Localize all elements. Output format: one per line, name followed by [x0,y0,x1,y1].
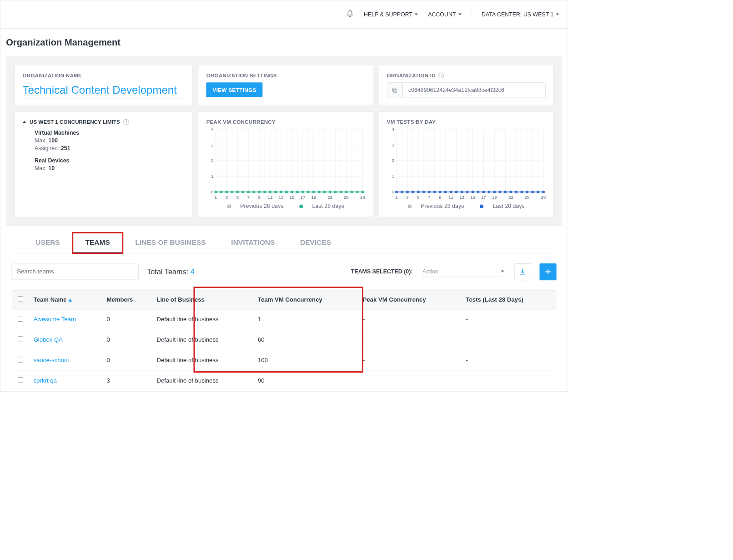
action-select[interactable]: Action [421,266,506,277]
cell-tvm: 100 [254,350,359,371]
org-id-value: c064890612424e34a12fca98ce4f32c6 [403,83,510,98]
svg-point-101 [323,191,326,193]
svg-point-206 [493,191,496,193]
svg-text:22: 22 [328,195,333,200]
col-lob[interactable]: Line of Business [152,290,254,309]
help-support-menu[interactable]: HELP & SUPPORT [364,11,418,17]
rd-max: Max: 10 [35,165,185,172]
svg-text:19: 19 [311,195,316,200]
svg-point-91 [269,191,272,193]
svg-text:7: 7 [428,195,430,200]
svg-point-209 [509,191,512,193]
cell-tests: - [462,309,557,330]
divider [472,10,472,20]
cell-tvm: 90 [254,371,359,391]
chevron-down-icon [458,13,462,15]
cell-lob: Default line of business [152,330,254,350]
download-button[interactable] [514,263,531,280]
total-teams: Total Teams: 4 [147,267,195,276]
svg-text:15: 15 [290,195,295,200]
svg-text:28: 28 [541,195,545,200]
svg-text:3: 3 [392,142,394,147]
cell-pvm: - [358,371,462,391]
cell-tests: - [462,350,557,371]
col-peak-vm[interactable]: Peak VM Concurrency [358,290,462,309]
org-name-input[interactable] [23,82,185,98]
day-chart-title: VM TESTS BY DAY [387,119,546,125]
cell-members: 0 [102,350,152,371]
account-menu[interactable]: ACCOUNT [428,11,462,17]
concurrency-limits-toggle[interactable]: US WEST 1 CONCURRENCY LIMITS i [23,119,185,125]
svg-text:4: 4 [392,127,395,131]
svg-text:0: 0 [211,189,214,194]
svg-point-199 [455,191,458,193]
info-icon[interactable]: i [438,72,444,78]
chevron-down-icon [501,270,504,272]
col-team-name[interactable]: Team Name▴ [29,290,102,309]
col-tests[interactable]: Tests (Last 28 Days) [462,290,557,309]
row-checkbox[interactable] [18,316,23,321]
team-name-link[interactable]: Globex QA [29,330,102,350]
svg-point-107 [356,191,359,193]
svg-text:17: 17 [301,195,306,200]
tab-lines-of-business[interactable]: LINES OF BUSINESS [123,232,219,253]
cell-lob: Default line of business [152,371,254,391]
svg-text:3: 3 [226,195,228,200]
peak-chart-title: PEAK VM CONCURRENCY [206,119,365,125]
cell-members: 0 [102,330,152,350]
svg-text:13: 13 [279,195,284,200]
vm-label: Virtual Machines [35,130,185,136]
team-name-link[interactable]: sauce-school [29,350,102,371]
vm-assigned: Assigned: 251 [35,145,185,151]
vm-max: Max: 100 [35,137,185,144]
table-row: Globex QA 0 Default line of business 60 … [12,330,557,350]
view-settings-button[interactable]: VIEW SETTINGS [206,82,263,97]
add-team-button[interactable] [540,263,557,280]
copy-org-id-button[interactable] [387,83,402,98]
svg-point-205 [487,191,490,193]
table-row: sprkrt qa 3 Default line of business 90 … [12,371,557,391]
svg-text:2: 2 [211,158,213,163]
info-icon[interactable]: i [124,119,129,125]
svg-rect-1 [392,88,396,91]
page-title: Organization Management [0,29,568,56]
peak-vm-chart: 01234135791113151719222528 [206,127,365,201]
svg-point-103 [334,191,337,193]
tab-users[interactable]: USERS [23,232,72,253]
chevron-up-icon [23,121,26,123]
team-name-link[interactable]: sprkrt qa [29,371,102,391]
notifications-icon[interactable] [346,10,354,19]
svg-point-208 [504,191,507,193]
svg-point-92 [275,191,277,193]
svg-point-89 [258,191,261,193]
select-all-checkbox[interactable] [18,296,23,302]
svg-point-194 [428,191,431,193]
row-checkbox[interactable] [18,357,23,362]
cell-tests: - [462,371,557,391]
search-teams-input[interactable] [12,263,139,280]
svg-text:1: 1 [395,195,397,200]
row-checkbox[interactable] [18,336,23,342]
chevron-down-icon [415,13,418,15]
svg-point-104 [340,191,342,193]
tab-invitations[interactable]: INVITATIONS [218,232,287,253]
svg-point-211 [520,191,523,193]
svg-point-96 [296,191,299,193]
cell-lob: Default line of business [152,309,254,330]
col-members[interactable]: Members [102,290,152,309]
svg-point-95 [291,191,293,193]
svg-point-200 [461,191,463,193]
svg-text:5: 5 [417,195,419,200]
row-checkbox[interactable] [18,377,23,383]
svg-text:3: 3 [211,142,213,147]
svg-text:0: 0 [392,189,395,194]
svg-point-188 [395,191,398,193]
team-name-link[interactable]: Awesome Team [29,309,102,330]
svg-text:4: 4 [211,127,214,131]
tab-teams[interactable]: TEAMS [73,232,123,253]
col-team-vm[interactable]: Team VM Concurrency [254,290,359,309]
svg-point-192 [417,191,420,193]
cell-members: 3 [102,371,152,391]
data-center-menu[interactable]: DATA CENTER: US WEST 1 [482,11,559,17]
tab-devices[interactable]: DEVICES [287,232,344,253]
